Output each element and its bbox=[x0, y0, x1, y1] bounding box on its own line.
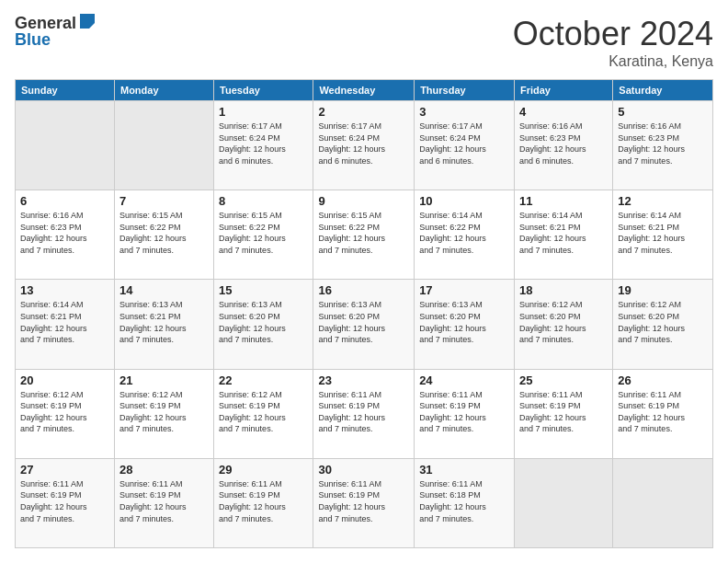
calendar-day-cell: 18Sunrise: 6:12 AM Sunset: 6:20 PM Dayli… bbox=[514, 280, 612, 369]
calendar-day-cell: 3Sunrise: 6:17 AM Sunset: 6:24 PM Daylig… bbox=[415, 101, 515, 190]
day-info: Sunrise: 6:11 AM Sunset: 6:19 PM Dayligh… bbox=[219, 479, 286, 523]
day-number: 14 bbox=[119, 283, 209, 297]
calendar-day-cell: 20Sunrise: 6:12 AM Sunset: 6:19 PM Dayli… bbox=[16, 369, 115, 458]
calendar-col-header: Sunday bbox=[16, 80, 115, 101]
day-number: 17 bbox=[419, 283, 509, 297]
day-info: Sunrise: 6:12 AM Sunset: 6:19 PM Dayligh… bbox=[219, 390, 286, 434]
day-number: 26 bbox=[618, 373, 708, 387]
calendar-col-header: Monday bbox=[114, 80, 213, 101]
calendar-day-cell: 15Sunrise: 6:13 AM Sunset: 6:20 PM Dayli… bbox=[214, 280, 313, 369]
day-number: 2 bbox=[318, 105, 409, 119]
day-info: Sunrise: 6:13 AM Sunset: 6:21 PM Dayligh… bbox=[119, 300, 187, 344]
calendar-day-cell: 1Sunrise: 6:17 AM Sunset: 6:24 PM Daylig… bbox=[214, 101, 313, 190]
calendar-day-cell: 26Sunrise: 6:11 AM Sunset: 6:19 PM Dayli… bbox=[613, 369, 713, 458]
svg-marker-0 bbox=[80, 14, 95, 29]
day-number: 28 bbox=[119, 463, 209, 477]
calendar-day-cell: 13Sunrise: 6:14 AM Sunset: 6:21 PM Dayli… bbox=[16, 280, 115, 369]
calendar-day-cell: 11Sunrise: 6:14 AM Sunset: 6:21 PM Dayli… bbox=[514, 190, 612, 280]
day-number: 30 bbox=[318, 463, 409, 477]
month-title: October 2024 bbox=[513, 15, 713, 53]
day-info: Sunrise: 6:13 AM Sunset: 6:20 PM Dayligh… bbox=[318, 300, 385, 344]
calendar-day-cell: 22Sunrise: 6:12 AM Sunset: 6:19 PM Dayli… bbox=[214, 369, 313, 458]
day-number: 23 bbox=[318, 373, 409, 387]
calendar-day-cell: 10Sunrise: 6:14 AM Sunset: 6:22 PM Dayli… bbox=[415, 190, 515, 280]
day-number: 4 bbox=[519, 105, 608, 119]
day-info: Sunrise: 6:11 AM Sunset: 6:19 PM Dayligh… bbox=[618, 390, 685, 434]
day-info: Sunrise: 6:16 AM Sunset: 6:23 PM Dayligh… bbox=[20, 211, 87, 255]
day-info: Sunrise: 6:11 AM Sunset: 6:18 PM Dayligh… bbox=[419, 479, 486, 523]
day-number: 13 bbox=[20, 283, 109, 297]
calendar-week-row: 20Sunrise: 6:12 AM Sunset: 6:19 PM Dayli… bbox=[16, 369, 713, 458]
calendar-day-cell: 16Sunrise: 6:13 AM Sunset: 6:20 PM Dayli… bbox=[313, 280, 415, 369]
day-number: 18 bbox=[519, 283, 608, 297]
calendar-day-cell: 30Sunrise: 6:11 AM Sunset: 6:19 PM Dayli… bbox=[313, 458, 415, 547]
day-number: 22 bbox=[219, 373, 308, 387]
day-info: Sunrise: 6:15 AM Sunset: 6:22 PM Dayligh… bbox=[219, 211, 286, 255]
calendar-day-cell: 31Sunrise: 6:11 AM Sunset: 6:18 PM Dayli… bbox=[415, 458, 515, 547]
calendar-table: SundayMondayTuesdayWednesdayThursdayFrid… bbox=[15, 79, 713, 548]
calendar-day-cell bbox=[613, 458, 713, 547]
day-info: Sunrise: 6:11 AM Sunset: 6:19 PM Dayligh… bbox=[318, 479, 385, 523]
day-info: Sunrise: 6:12 AM Sunset: 6:19 PM Dayligh… bbox=[119, 390, 187, 434]
day-info: Sunrise: 6:15 AM Sunset: 6:22 PM Dayligh… bbox=[318, 211, 385, 255]
day-info: Sunrise: 6:14 AM Sunset: 6:21 PM Dayligh… bbox=[20, 300, 87, 344]
day-number: 5 bbox=[618, 105, 708, 119]
logo-icon bbox=[78, 12, 97, 30]
day-info: Sunrise: 6:15 AM Sunset: 6:22 PM Dayligh… bbox=[119, 211, 187, 255]
calendar-day-cell bbox=[16, 101, 115, 190]
day-number: 27 bbox=[20, 463, 109, 477]
calendar-col-header: Tuesday bbox=[214, 80, 313, 101]
day-number: 21 bbox=[119, 373, 209, 387]
calendar-day-cell bbox=[114, 101, 213, 190]
calendar-col-header: Friday bbox=[514, 80, 612, 101]
day-info: Sunrise: 6:17 AM Sunset: 6:24 PM Dayligh… bbox=[219, 121, 286, 166]
calendar-day-cell: 8Sunrise: 6:15 AM Sunset: 6:22 PM Daylig… bbox=[214, 190, 313, 280]
day-number: 1 bbox=[219, 105, 308, 119]
day-number: 6 bbox=[20, 194, 109, 208]
calendar-day-cell: 23Sunrise: 6:11 AM Sunset: 6:19 PM Dayli… bbox=[313, 369, 415, 458]
calendar-day-cell: 28Sunrise: 6:11 AM Sunset: 6:19 PM Dayli… bbox=[114, 458, 213, 547]
day-info: Sunrise: 6:14 AM Sunset: 6:21 PM Dayligh… bbox=[618, 211, 685, 255]
day-info: Sunrise: 6:12 AM Sunset: 6:20 PM Dayligh… bbox=[519, 300, 586, 344]
day-info: Sunrise: 6:11 AM Sunset: 6:19 PM Dayligh… bbox=[419, 390, 486, 434]
calendar-day-cell: 9Sunrise: 6:15 AM Sunset: 6:22 PM Daylig… bbox=[313, 190, 415, 280]
logo: General Blue bbox=[15, 15, 97, 48]
day-number: 3 bbox=[419, 105, 509, 119]
location-title: Karatina, Kenya bbox=[513, 53, 713, 70]
calendar-day-cell: 27Sunrise: 6:11 AM Sunset: 6:19 PM Dayli… bbox=[16, 458, 115, 547]
day-info: Sunrise: 6:12 AM Sunset: 6:20 PM Dayligh… bbox=[618, 300, 685, 344]
day-number: 15 bbox=[219, 283, 308, 297]
calendar-week-row: 1Sunrise: 6:17 AM Sunset: 6:24 PM Daylig… bbox=[16, 101, 713, 190]
calendar-col-header: Thursday bbox=[415, 80, 515, 101]
day-info: Sunrise: 6:11 AM Sunset: 6:19 PM Dayligh… bbox=[20, 479, 87, 523]
calendar-col-header: Wednesday bbox=[313, 80, 415, 101]
day-number: 31 bbox=[419, 463, 509, 477]
day-number: 16 bbox=[318, 283, 409, 297]
day-number: 7 bbox=[119, 194, 209, 208]
day-info: Sunrise: 6:16 AM Sunset: 6:23 PM Dayligh… bbox=[519, 121, 586, 166]
calendar-day-cell: 19Sunrise: 6:12 AM Sunset: 6:20 PM Dayli… bbox=[613, 280, 713, 369]
calendar-day-cell: 2Sunrise: 6:17 AM Sunset: 6:24 PM Daylig… bbox=[313, 101, 415, 190]
day-number: 9 bbox=[318, 194, 409, 208]
calendar-day-cell: 21Sunrise: 6:12 AM Sunset: 6:19 PM Dayli… bbox=[114, 369, 213, 458]
day-info: Sunrise: 6:11 AM Sunset: 6:19 PM Dayligh… bbox=[519, 390, 586, 434]
day-number: 12 bbox=[618, 194, 708, 208]
day-info: Sunrise: 6:17 AM Sunset: 6:24 PM Dayligh… bbox=[318, 121, 385, 166]
day-number: 8 bbox=[219, 194, 308, 208]
logo-general-text: General bbox=[15, 15, 76, 31]
calendar-week-row: 6Sunrise: 6:16 AM Sunset: 6:23 PM Daylig… bbox=[16, 190, 713, 280]
calendar-day-cell: 7Sunrise: 6:15 AM Sunset: 6:22 PM Daylig… bbox=[114, 190, 213, 280]
calendar-day-cell: 17Sunrise: 6:13 AM Sunset: 6:20 PM Dayli… bbox=[415, 280, 515, 369]
day-info: Sunrise: 6:17 AM Sunset: 6:24 PM Dayligh… bbox=[419, 121, 486, 166]
day-number: 20 bbox=[20, 373, 109, 387]
calendar-week-row: 13Sunrise: 6:14 AM Sunset: 6:21 PM Dayli… bbox=[16, 280, 713, 369]
calendar-day-cell bbox=[514, 458, 612, 547]
day-info: Sunrise: 6:11 AM Sunset: 6:19 PM Dayligh… bbox=[119, 479, 187, 523]
day-info: Sunrise: 6:11 AM Sunset: 6:19 PM Dayligh… bbox=[318, 390, 385, 434]
day-number: 10 bbox=[419, 194, 509, 208]
calendar-day-cell: 29Sunrise: 6:11 AM Sunset: 6:19 PM Dayli… bbox=[214, 458, 313, 547]
calendar-day-cell: 25Sunrise: 6:11 AM Sunset: 6:19 PM Dayli… bbox=[514, 369, 612, 458]
day-info: Sunrise: 6:13 AM Sunset: 6:20 PM Dayligh… bbox=[419, 300, 486, 344]
calendar-day-cell: 24Sunrise: 6:11 AM Sunset: 6:19 PM Dayli… bbox=[415, 369, 515, 458]
day-info: Sunrise: 6:14 AM Sunset: 6:21 PM Dayligh… bbox=[519, 211, 586, 255]
